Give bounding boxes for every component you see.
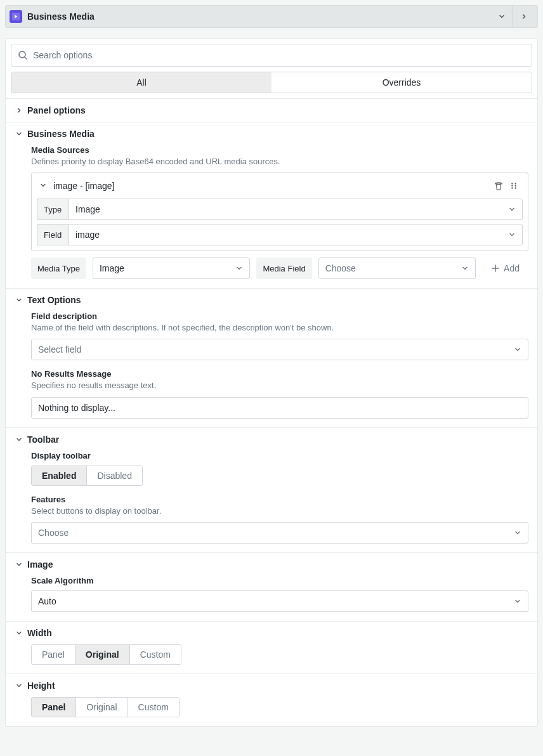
width-original-option[interactable]: Original [75, 645, 130, 664]
section-panel-options: Panel options [6, 98, 537, 122]
svg-line-3 [25, 57, 27, 59]
section-toolbar: Toolbar Display toolbar Enabled Disabled… [6, 427, 537, 552]
plus-icon [491, 264, 500, 273]
height-panel-option[interactable]: Panel [32, 698, 76, 717]
features-desc: Select buttons to display on toolbar. [31, 505, 528, 517]
chevron-down-icon[interactable] [39, 181, 48, 191]
delete-icon[interactable] [492, 179, 505, 192]
svg-point-9 [514, 188, 516, 189]
chevron-down-icon [15, 129, 23, 138]
scale-label: Scale Algorithm [31, 576, 528, 585]
field-description-select[interactable]: Select field [31, 339, 528, 360]
features-select[interactable]: Choose [31, 522, 528, 544]
svg-point-4 [511, 183, 513, 185]
chevron-right-icon [15, 106, 23, 115]
display-toolbar-group: Enabled Disabled [31, 466, 143, 486]
chevron-down-icon [15, 560, 23, 569]
no-results-input[interactable] [31, 397, 528, 419]
media-field-label: Media Field [256, 257, 311, 279]
search-input[interactable] [33, 50, 525, 60]
search-icon [18, 50, 28, 60]
section-text-options: Text Options Field description Name of t… [6, 288, 537, 427]
section-image: Image Scale Algorithm Auto [6, 552, 537, 621]
display-toolbar-label: Display toolbar [31, 451, 528, 460]
section-header-width[interactable]: Width [6, 622, 537, 644]
add-button[interactable]: Add [482, 257, 528, 279]
chevron-down-icon [15, 681, 23, 690]
type-select[interactable]: Image [69, 199, 523, 220]
section-header-height[interactable]: Height [6, 674, 537, 697]
section-title: Business Media [27, 129, 95, 139]
svg-point-6 [511, 185, 513, 186]
section-title: Panel options [27, 105, 86, 115]
media-source-title: image - [image] [53, 181, 490, 191]
width-group: Panel Original Custom [31, 644, 181, 665]
expand-panel-button[interactable] [514, 7, 533, 26]
section-header-text-options[interactable]: Text Options [6, 289, 537, 311]
media-field-select[interactable]: Choose [318, 257, 476, 279]
chevron-down-icon [15, 629, 23, 637]
panel-header: Business Media [5, 5, 538, 28]
section-title: Image [27, 559, 53, 570]
section-header-business-media[interactable]: Business Media [6, 122, 537, 145]
section-header-toolbar[interactable]: Toolbar [6, 428, 537, 451]
toolbar-disabled-option[interactable]: Disabled [87, 466, 141, 485]
field-select[interactable]: image [69, 224, 523, 245]
panel-title: Business Media [27, 11, 492, 22]
tabs: All Overrides [11, 72, 532, 93]
section-height: Height Panel Original Custom [6, 674, 537, 726]
section-business-media: Business Media Media Sources Defines pri… [6, 122, 537, 288]
field-description-label: Field description [31, 311, 528, 321]
media-sources-label: Media Sources [31, 145, 528, 155]
height-custom-option[interactable]: Custom [128, 698, 179, 717]
options-panel: All Overrides Panel options Business Med… [5, 38, 538, 727]
section-width: Width Panel Original Custom [6, 621, 537, 674]
section-header-image[interactable]: Image [6, 553, 537, 576]
type-label: Type [37, 199, 69, 220]
tab-all[interactable]: All [11, 72, 272, 93]
field-label: Field [37, 224, 69, 245]
width-panel-option[interactable]: Panel [32, 645, 75, 664]
scale-select[interactable]: Auto [31, 590, 528, 612]
section-header-panel-options[interactable]: Panel options [6, 99, 537, 122]
collapse-panel-button[interactable] [492, 7, 511, 26]
media-source-card: image - [image] Type Image [31, 173, 528, 251]
chevron-down-icon [15, 296, 23, 304]
section-title: Toolbar [27, 434, 59, 445]
tab-overrides[interactable]: Overrides [272, 72, 532, 93]
svg-point-5 [514, 183, 516, 185]
header-divider [513, 5, 513, 28]
features-label: Features [31, 495, 528, 504]
search-input-wrap[interactable] [11, 44, 532, 67]
no-results-label: No Results Message [31, 369, 528, 379]
svg-point-8 [511, 188, 513, 189]
height-original-option[interactable]: Original [76, 698, 128, 717]
svg-point-7 [514, 185, 516, 186]
toolbar-enabled-option[interactable]: Enabled [32, 466, 87, 485]
field-description-desc: Name of the field with descriptions. If … [31, 322, 528, 334]
section-title: Text Options [27, 295, 81, 305]
section-title: Width [27, 628, 52, 638]
no-results-desc: Specifies no results message text. [31, 380, 528, 391]
media-sources-desc: Defines priority to display Base64 encod… [31, 156, 528, 167]
section-title: Height [27, 681, 55, 691]
width-custom-option[interactable]: Custom [130, 645, 181, 664]
media-type-label: Media Type [31, 257, 86, 279]
chevron-down-icon [15, 435, 23, 444]
height-group: Panel Original Custom [31, 697, 180, 717]
drag-handle-icon[interactable] [507, 179, 520, 192]
plugin-icon [10, 10, 22, 23]
media-type-select[interactable]: Image [93, 257, 250, 279]
